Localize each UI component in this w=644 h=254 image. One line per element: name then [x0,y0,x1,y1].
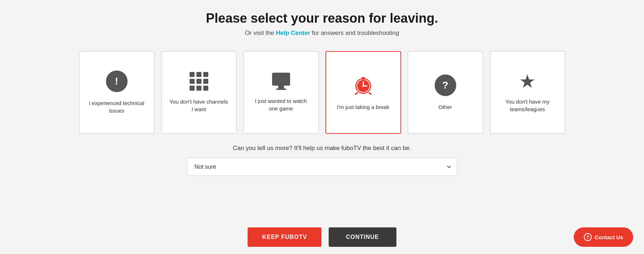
card-icon-break [352,74,374,96]
contact-icon: ? [584,233,592,241]
header-subtitle: Or visit the Help Center for answers and… [0,30,644,37]
card-label-other: Other [439,103,452,111]
reason-dropdown[interactable]: Not sure Price too high Found a better d… [187,158,457,176]
subtitle-suffix: for answers and troubleshooting [312,30,399,36]
card-channels[interactable]: You don't have channels I want [161,51,237,134]
more-info-text: Can you tell us more? It'll help us make… [233,145,411,151]
question-icon: ? [435,74,456,96]
contact-us-button[interactable]: ? Contact Us [574,227,633,247]
star-icon: ★ [519,72,536,91]
card-icon-teams: ★ [519,72,536,91]
exclamation-icon: ! [106,71,128,92]
card-other[interactable]: ? Other [408,51,483,134]
page-wrapper: Please select your reason for leaving. O… [0,0,644,254]
card-icon-channels [190,72,208,91]
card-icon-technical: ! [106,71,128,92]
help-center-link[interactable]: Help Center [276,30,310,36]
card-technical[interactable]: ! I experienced technical issues [79,51,155,134]
card-icon-other: ? [435,74,456,96]
svg-point-5 [362,85,364,87]
subtitle-prefix: Or visit the [245,30,276,36]
card-break[interactable]: I'm just taking a break [325,51,401,134]
card-label-one-game: I just wanted to watch one game [251,97,311,112]
svg-rect-8 [368,92,372,95]
card-one-game[interactable]: I just wanted to watch one game [243,51,319,134]
cards-section: ! I experienced technical issues Y [0,44,644,141]
footer-section: KEEP FUBOTV CONTINUE [0,220,644,254]
contact-us-label: Contact Us [595,234,623,240]
continue-button[interactable]: CONTINUE [329,227,396,247]
card-icon-one-game [272,73,290,90]
svg-point-6 [361,77,365,80]
page-title: Please select your reason for leaving. [0,11,644,26]
alarm-icon [352,74,374,96]
card-label-teams: You don't have my teams/leagues [498,98,558,113]
card-teams[interactable]: ★ You don't have my teams/leagues [490,51,565,134]
keep-fubotv-button[interactable]: KEEP FUBOTV [248,227,321,247]
card-label-break: I'm just taking a break [337,103,389,111]
monitor-icon [272,73,290,90]
dropdown-section: Not sure Price too high Found a better d… [187,158,457,176]
svg-rect-7 [354,92,358,95]
card-label-channels: You don't have channels I want [169,98,229,113]
card-label-technical: I experienced technical issues [87,99,147,114]
header-section: Please select your reason for leaving. O… [0,0,644,44]
more-info-section: Can you tell us more? It'll help us make… [0,141,644,158]
grid-icon [190,72,208,91]
